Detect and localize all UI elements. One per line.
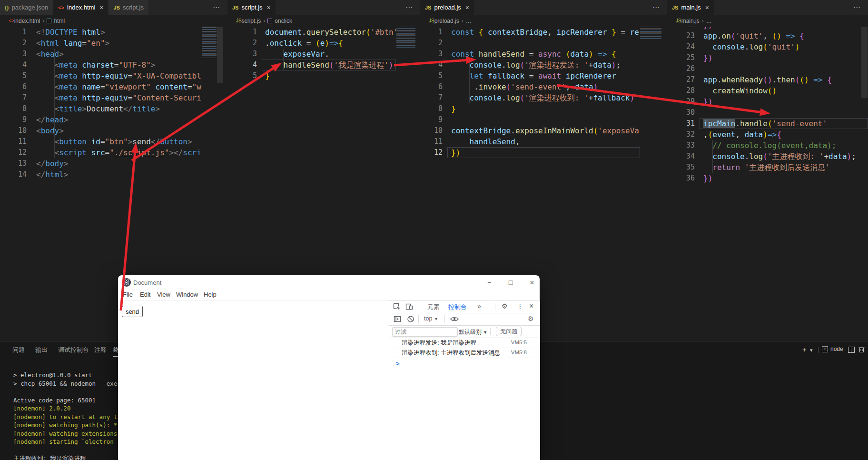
code-line: document.querySelector('#btn') [265,27,396,38]
js-file-icon: JS [429,18,434,23]
code-line: return '主进程收到后发送消息' [703,162,830,173]
tab-preload.js[interactable]: JSpreload.js× [420,0,474,15]
console-message-row: 渲染进程发送: 我是渲染进程VM5:5 [389,338,540,348]
terminal-line: [nodemon] watching path(s): *.* [13,421,124,430]
menu-Window[interactable]: Window [176,291,198,298]
send-button[interactable]: send [122,306,143,317]
menu-Help[interactable]: Help [204,291,217,298]
log-level-dropdown[interactable]: 默认级别 ▼ [459,328,487,336]
line-number: 26 [667,63,695,74]
minimize-button[interactable]: − [485,279,493,286]
line-number: 24 [667,41,695,52]
tab-label: index.html [67,4,95,11]
indent-guide [469,60,470,103]
js-file-icon: JS [672,5,678,10]
console-message-text: 渲染进程收到: 主进程收到后发送消息 [402,349,500,357]
tab-close-icon[interactable]: × [267,4,271,11]
html-file-icon: <> [58,5,64,10]
devtools-close-icon[interactable]: × [529,302,533,310]
new-terminal-icon[interactable]: ＋ [801,346,808,354]
line-number: 28 [667,85,695,96]
scrollbar[interactable] [217,27,223,83]
devtools-settings-gear-icon[interactable]: ⚙ [502,302,508,310]
code-editor[interactable]: 22})23app.on('quit', () => {24 console.l… [667,20,868,341]
menu-File[interactable]: File [123,291,133,298]
console-source-link[interactable]: VM5:8 [511,350,527,355]
code-line: app.whenReady().then(() => { [703,74,832,85]
chevron-down-icon[interactable]: ▾ [810,347,813,353]
console-source-link[interactable]: VM5:5 [511,340,527,345]
terminal-line: [nodemon] 2.0.20 [13,404,70,413]
code-line: </html> [36,169,68,180]
split-terminal-icon[interactable] [848,347,855,353]
tab-package.json[interactable]: {}package.json [0,0,53,15]
panel-tab-注释[interactable]: 注释 [94,346,107,354]
tab-close-icon[interactable]: × [99,4,103,11]
indent-guide [712,140,713,173]
console-prompt-chevron[interactable]: > [396,360,400,367]
breadcrumb[interactable]: JSscript.js›onclick [227,15,420,27]
no-issues-button[interactable]: 无问题 [496,327,522,336]
clear-console-icon[interactable] [407,315,414,323]
maximize-button[interactable]: □ [507,279,514,286]
kebab-menu-icon[interactable]: ⋮ [517,302,523,310]
panel-tab-输出[interactable]: 输出 [35,346,48,354]
line-number: 5 [420,70,443,81]
tab-script.js[interactable]: JSscript.js× [227,0,276,15]
tab-console[interactable]: 控制台 [448,303,467,311]
console-message-row: 渲染进程收到: 主进程收到后发送消息VM5:8 [389,348,540,358]
window-titlebar[interactable]: Document − □ × [118,275,540,290]
tab-elements[interactable]: 元素 [427,303,440,311]
menu-Edit[interactable]: Edit [140,291,150,298]
console-sidebar-icon[interactable] [394,315,401,323]
tab-close-icon[interactable]: × [705,4,709,11]
kill-terminal-icon[interactable] [858,346,865,353]
tab-bar: JSpreload.js× [420,0,667,15]
code-line: }) [703,173,712,184]
panel-tab-调试控制台[interactable]: 调试控制台 [58,346,89,354]
console-toolbar: top ▼ ⚙ [389,313,540,326]
tab-label: script.js [123,4,144,11]
breadcrumb[interactable]: JSmain.js›… [667,15,868,27]
editor-actions-icon[interactable]: ⋯ [853,3,860,12]
line-number: 1 [227,27,257,38]
context-selector[interactable]: top ▼ [424,315,438,322]
menu-View[interactable]: View [157,291,170,298]
minimap[interactable] [396,26,415,48]
more-tabs-icon[interactable]: » [477,302,481,310]
inspect-element-icon[interactable] [393,303,401,310]
code-line: // console.log(event,data); [703,140,836,151]
line-number: 8 [0,103,27,114]
window-title: Document [133,279,161,286]
eye-icon[interactable] [450,316,459,322]
console-settings-gear-icon[interactable]: ⚙ [528,315,534,322]
code-line: <body> [36,125,64,136]
terminal-line: [nodemon] watching extensions: [13,430,124,438]
code-line: }) [451,147,460,158]
window-close-button[interactable]: × [528,279,536,287]
line-number: 6 [0,81,27,92]
device-toolbar-icon[interactable] [405,303,413,310]
tab-index.html[interactable]: <>index.html× [53,0,108,15]
console-filter-input[interactable] [392,327,458,337]
editor-actions-icon[interactable]: ⋯ [652,3,660,12]
code-line: console.log('渲染进程发送: '+data); [451,60,621,70]
line-number: 32 [667,129,695,140]
terminal-tab-node[interactable]: > node [822,346,843,352]
tab-bar: JSmain.js× [667,0,868,15]
code-line: ipcMain.handle('send-event' [703,118,827,129]
tab-script.js[interactable]: JSscript.js [108,0,149,15]
divider [418,303,418,310]
breadcrumb[interactable]: <>index.html›html [0,15,227,27]
panel-tab-问题[interactable]: 问题 [12,346,25,354]
tab-close-icon[interactable]: × [465,4,469,11]
code-line: console.log('主进程收到: '+data); [703,151,856,162]
tab-label: script.js [241,4,262,11]
breadcrumb-symbol: … [706,18,712,24]
editor-actions-icon[interactable]: ⋯ [405,3,413,12]
breadcrumb[interactable]: JSpreload.js›… [420,15,667,27]
scrollbar[interactable] [861,27,868,98]
tab-main.js[interactable]: JSmain.js× [667,0,714,15]
minimap[interactable] [202,27,217,58]
editor-actions-icon[interactable]: ⋯ [213,3,220,12]
